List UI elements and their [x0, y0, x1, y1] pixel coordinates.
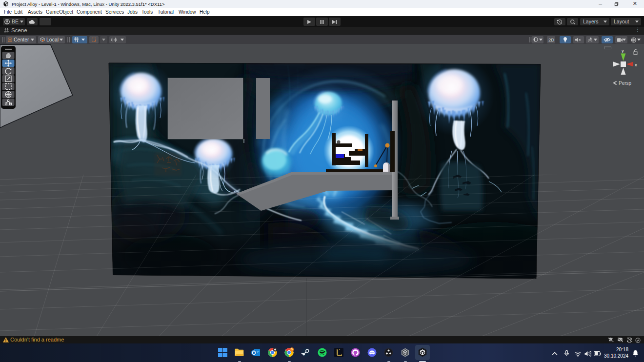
svg-text:y: y	[622, 48, 624, 53]
svg-text:Persp: Persp	[619, 80, 632, 86]
svg-text:B: B	[291, 348, 293, 351]
svg-text:x: x	[635, 62, 637, 67]
